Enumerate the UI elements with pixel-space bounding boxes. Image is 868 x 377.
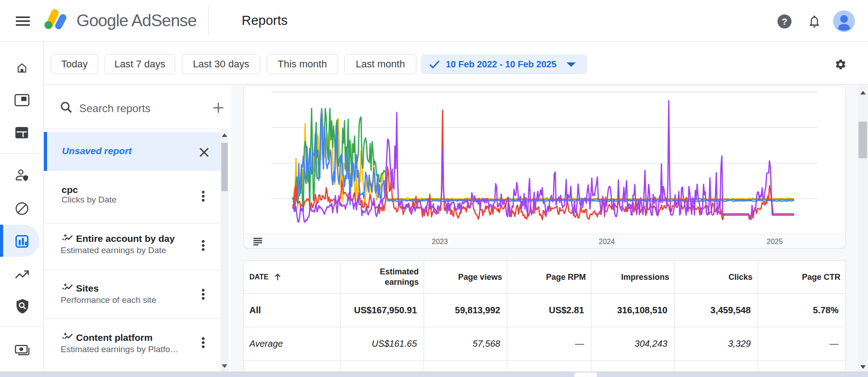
svg-text:?: ?	[782, 17, 787, 27]
